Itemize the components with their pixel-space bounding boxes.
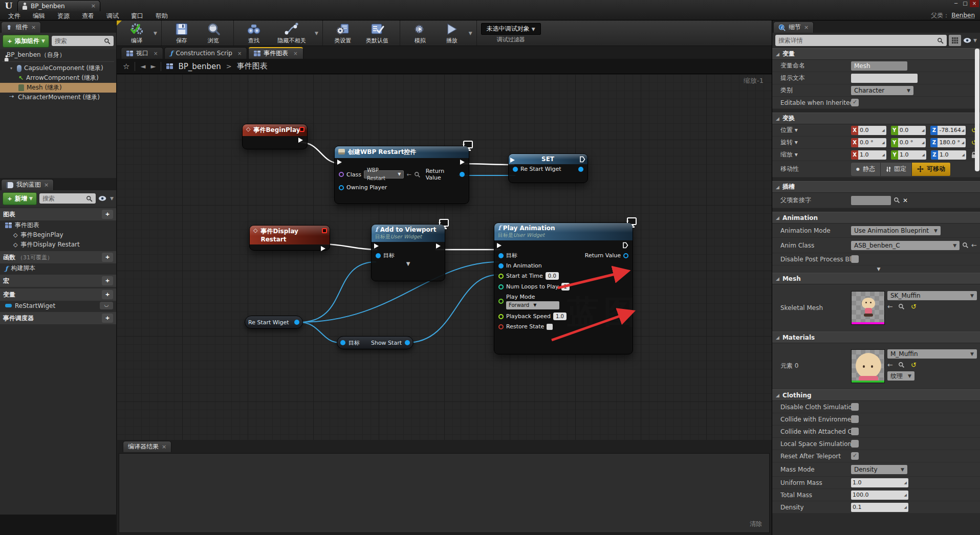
- functions-section-header[interactable]: 函数 （31可覆盖） ＋: [0, 251, 116, 263]
- menu-debug[interactable]: 调试: [101, 11, 124, 20]
- menu-file[interactable]: 文件: [3, 11, 26, 20]
- local-space-sim-checkbox[interactable]: ✓: [851, 440, 859, 448]
- my-blueprint-search-input[interactable]: 搜索: [39, 193, 96, 204]
- menu-help[interactable]: 帮助: [150, 11, 173, 20]
- details-view-options[interactable]: ▼: [963, 37, 977, 43]
- compiler-results-tab[interactable]: 编译器结果 ×: [123, 441, 171, 452]
- uniform-mass-input[interactable]: 1.0◢: [851, 478, 908, 487]
- socket-clear-icon[interactable]: ✕: [903, 197, 908, 204]
- play-button[interactable]: 播放: [436, 20, 468, 46]
- scale-x-input[interactable]: 1.0◢: [858, 150, 886, 160]
- density-input[interactable]: 0.1◢: [851, 503, 908, 512]
- material-dropdown[interactable]: M_Muffin▼: [887, 349, 977, 359]
- add-dispatcher-button[interactable]: ＋: [102, 314, 113, 323]
- collide-environment-checkbox[interactable]: ✓: [851, 415, 859, 423]
- details-tab-close-icon[interactable]: ×: [804, 24, 809, 31]
- component-row-self[interactable]: BP_benben（自身）: [0, 50, 116, 60]
- materials-section-header[interactable]: ◢Materials: [772, 331, 980, 343]
- variable-name-input[interactable]: Mesh: [851, 61, 907, 71]
- event-graph-item[interactable]: 事件图表: [0, 220, 116, 230]
- clear-log-button[interactable]: 清除: [750, 520, 762, 528]
- components-tab-close-icon[interactable]: ×: [31, 24, 36, 31]
- location-z-input[interactable]: -78.164◢: [938, 126, 966, 135]
- asset-tab-close-icon[interactable]: ×: [91, 3, 96, 9]
- compiler-results-log[interactable]: 清除: [119, 453, 770, 533]
- anim-class-use-selected-icon[interactable]: ←: [971, 241, 977, 249]
- rotation-y-input[interactable]: 0.0 °◢: [898, 138, 926, 147]
- tab-event-graph-active[interactable]: 事件图表 ×: [248, 47, 303, 59]
- property-matrix-button[interactable]: [949, 35, 961, 46]
- tab-close-icon[interactable]: ×: [293, 51, 297, 56]
- expander-icon[interactable]: ▾: [10, 66, 14, 71]
- animation-mode-dropdown[interactable]: Use Animation Blueprint▼: [851, 226, 941, 235]
- class-defaults-button[interactable]: 类默认值: [359, 20, 396, 46]
- skeletal-mesh-dropdown[interactable]: SK_Muffin▼: [887, 291, 977, 300]
- mesh-reset-icon[interactable]: ↺: [911, 303, 917, 310]
- play-options-caret[interactable]: ▼: [469, 31, 472, 36]
- tooltip-input[interactable]: [851, 74, 918, 83]
- animation-section-header[interactable]: ◢Animation: [772, 212, 980, 224]
- mass-mode-dropdown[interactable]: Density▼: [851, 465, 907, 474]
- dispatchers-section-header[interactable]: 事件调度器 ＋: [0, 312, 116, 324]
- tab-close-icon[interactable]: ×: [154, 51, 158, 56]
- tab-viewport[interactable]: 视口 ×: [121, 47, 163, 59]
- event-beginplay-item[interactable]: ◇ 事件BeginPlay: [0, 230, 116, 240]
- breadcrumb-root[interactable]: BP_benben: [178, 62, 221, 71]
- construction-script-item[interactable]: ƒ 构建脚本: [0, 263, 116, 273]
- reset-after-teleport-checkbox[interactable]: ✓: [851, 452, 859, 460]
- scale-y-input[interactable]: 1.0◢: [898, 150, 926, 160]
- variable-section-header[interactable]: ◢变量: [772, 48, 980, 60]
- event-graph-canvas[interactable]: 缩放-1 蓝图 ◇ 事件BeginPlay: [117, 74, 772, 440]
- macros-section-header[interactable]: 宏 ＋: [0, 275, 116, 287]
- nav-back-icon[interactable]: ◄: [140, 62, 145, 70]
- location-x-input[interactable]: 0.0◢: [858, 126, 886, 135]
- add-new-button[interactable]: ＋新增▼: [3, 192, 37, 205]
- favorite-star-icon[interactable]: ☆: [123, 62, 129, 71]
- component-row-arrow[interactable]: ↖ ArrowComponent (继承): [0, 73, 116, 83]
- tab-construction-script[interactable]: ƒ Construction Scrip ×: [164, 47, 247, 59]
- components-tab[interactable]: 组件 ×: [1, 21, 41, 33]
- details-tab[interactable]: i 细节 ×: [773, 21, 814, 33]
- collide-attached-checkbox[interactable]: ✓: [851, 428, 859, 435]
- mobility-stationary-button[interactable]: 固定: [881, 163, 912, 176]
- location-y-input[interactable]: 0.0◢: [898, 126, 926, 135]
- tab-close-icon[interactable]: ×: [237, 51, 242, 56]
- simulate-button[interactable]: 模拟: [404, 20, 436, 46]
- asset-tab[interactable]: BP_benben ×: [17, 0, 100, 11]
- variable-visibility-toggle[interactable]: ◡: [100, 302, 113, 309]
- add-component-button[interactable]: ＋添加组件▼: [3, 35, 49, 48]
- add-graph-button[interactable]: ＋: [102, 210, 113, 219]
- socket-section-header[interactable]: ◢插槽: [772, 181, 980, 193]
- add-variable-button[interactable]: ＋: [102, 290, 113, 299]
- component-row-mesh-selected[interactable]: Mesh (继承): [0, 83, 116, 93]
- menu-window[interactable]: 窗口: [126, 11, 148, 20]
- rotation-label[interactable]: 旋转 ▾: [780, 138, 851, 147]
- debug-object-dropdown[interactable]: 未选中调试对象▼: [481, 23, 541, 35]
- visibility-filter-caret[interactable]: ▼: [110, 196, 114, 201]
- skeletal-mesh-thumbnail[interactable]: [851, 291, 885, 325]
- mobility-static-button[interactable]: ●静态: [851, 163, 881, 176]
- window-close-button[interactable]: ×: [970, 0, 979, 7]
- nav-forward-icon[interactable]: ►: [150, 62, 156, 70]
- material-browse-icon[interactable]: [898, 362, 905, 368]
- hide-unrelated-caret[interactable]: ▼: [315, 31, 318, 36]
- menu-view[interactable]: 查看: [77, 11, 99, 20]
- component-row-movement[interactable]: CharacterMovement (继承): [0, 93, 116, 102]
- clothing-section-header[interactable]: ◢Clothing: [772, 389, 980, 401]
- details-scrollbar-thumb[interactable]: [975, 49, 979, 171]
- event-display-restart-item[interactable]: ◇ 事件Display Restart: [0, 240, 116, 250]
- scale-z-input[interactable]: 1.0◢: [938, 150, 966, 160]
- save-button[interactable]: 保存: [166, 20, 198, 46]
- visibility-filter-eye-icon[interactable]: [98, 195, 107, 202]
- material-thumbnail[interactable]: [851, 349, 885, 383]
- window-minimize-button[interactable]: ─: [951, 0, 961, 7]
- components-search-input[interactable]: 搜索: [52, 36, 114, 46]
- details-search-input[interactable]: 搜索详情: [775, 35, 947, 46]
- menu-edit[interactable]: 编辑: [28, 11, 50, 20]
- browse-button[interactable]: 浏览: [198, 20, 229, 46]
- window-maximize-button[interactable]: □: [961, 0, 970, 7]
- material-use-selected-icon[interactable]: ←: [887, 361, 893, 369]
- disable-post-process-checkbox[interactable]: ✓: [851, 255, 859, 263]
- hide-unrelated-button[interactable]: 隐藏不相关: [270, 20, 314, 46]
- material-reset-icon[interactable]: ↺: [911, 361, 917, 369]
